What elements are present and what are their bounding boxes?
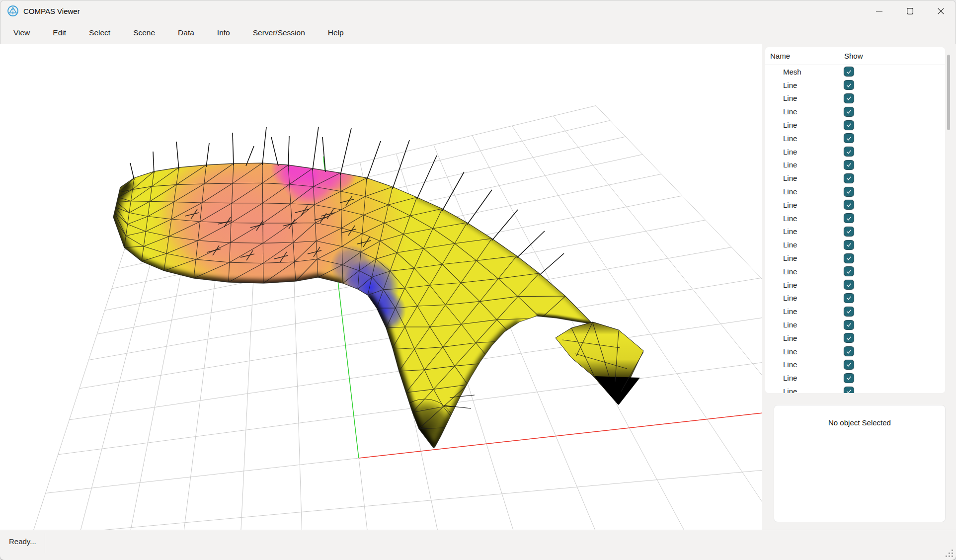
menu-item-data[interactable]: Data	[166, 22, 206, 44]
close-button[interactable]	[925, 0, 956, 22]
tree-item-label: Line	[765, 160, 840, 169]
menu-item-select[interactable]: Select	[78, 22, 122, 44]
visibility-checkbox[interactable]	[844, 320, 854, 330]
visibility-checkbox[interactable]	[844, 360, 854, 370]
tree-item-label: Line	[765, 174, 840, 182]
tree-row-line[interactable]: Line	[765, 292, 945, 305]
tree-item-label: Line	[765, 281, 840, 289]
tree-row-line[interactable]: Line	[765, 171, 945, 185]
tree-item-label: Line	[765, 214, 840, 223]
tree-item-label: Line	[765, 94, 840, 102]
viewport-3d[interactable]	[0, 44, 762, 530]
tree-row-line[interactable]: Line	[765, 331, 945, 345]
maximize-button[interactable]	[894, 0, 925, 22]
visibility-checkbox[interactable]	[844, 107, 854, 117]
show-cell	[840, 265, 945, 278]
show-cell	[840, 278, 945, 292]
minimize-button[interactable]	[864, 0, 894, 22]
show-cell	[840, 225, 945, 239]
visibility-checkbox[interactable]	[844, 80, 854, 90]
visibility-checkbox[interactable]	[844, 240, 854, 250]
checkmark-icon	[846, 335, 852, 341]
tree-row-line[interactable]: Line	[765, 79, 945, 92]
tree-row-line[interactable]: Line	[765, 278, 945, 292]
tree-row-line[interactable]: Line	[765, 212, 945, 225]
checkmark-icon	[846, 268, 852, 275]
menu-item-info[interactable]: Info	[206, 22, 241, 44]
visibility-checkbox[interactable]	[844, 387, 854, 393]
visibility-checkbox[interactable]	[844, 120, 854, 130]
tree-row-line[interactable]: Line	[765, 305, 945, 318]
menu-item-edit[interactable]: Edit	[41, 22, 78, 44]
show-cell	[840, 171, 945, 185]
tree-row-mesh[interactable]: Mesh	[765, 65, 945, 79]
visibility-checkbox[interactable]	[844, 266, 854, 276]
checkmark-icon	[846, 175, 852, 181]
tree-row-line[interactable]: Line	[765, 92, 945, 105]
tree-item-label: Line	[765, 387, 840, 393]
checkmark-icon	[846, 188, 852, 195]
tree-scrollbar-thumb[interactable]	[947, 55, 950, 130]
visibility-checkbox[interactable]	[844, 227, 854, 237]
tree-row-line[interactable]: Line	[765, 345, 945, 358]
tree-row-line[interactable]: Line	[765, 358, 945, 372]
tree-item-label: Line	[765, 81, 840, 89]
visibility-checkbox[interactable]	[844, 293, 854, 303]
visibility-checkbox[interactable]	[844, 213, 854, 223]
window-title: COMPAS Viewer	[23, 7, 80, 15]
scene-tree-header: Name Show	[765, 47, 945, 65]
show-cell	[840, 212, 945, 225]
checkmark-icon	[846, 321, 852, 328]
tree-row-line[interactable]: Line	[765, 265, 945, 278]
visibility-checkbox[interactable]	[844, 280, 854, 290]
visibility-checkbox[interactable]	[844, 93, 854, 103]
checkmark-icon	[846, 82, 852, 88]
show-cell	[840, 159, 945, 172]
tree-row-line[interactable]: Line	[765, 198, 945, 212]
visibility-checkbox[interactable]	[844, 133, 854, 143]
tree-row-line[interactable]: Line	[765, 318, 945, 331]
visibility-checkbox[interactable]	[844, 160, 854, 170]
visibility-checkbox[interactable]	[844, 173, 854, 183]
tree-row-line[interactable]: Line	[765, 385, 945, 393]
show-cell	[840, 132, 945, 145]
visibility-checkbox[interactable]	[844, 307, 854, 317]
tree-row-line[interactable]: Line	[765, 251, 945, 265]
tree-row-line[interactable]: Line	[765, 225, 945, 239]
tree-row-line[interactable]: Line	[765, 145, 945, 159]
tree-row-line[interactable]: Line	[765, 118, 945, 132]
tree-row-line[interactable]: Line	[765, 238, 945, 251]
tree-row-line[interactable]: Line	[765, 132, 945, 145]
tree-item-label: Line	[765, 201, 840, 209]
tree-row-line[interactable]: Line	[765, 371, 945, 385]
checkmark-icon	[846, 255, 852, 261]
checkmark-icon	[846, 375, 852, 381]
tree-item-label: Line	[765, 121, 840, 129]
visibility-checkbox[interactable]	[844, 346, 854, 356]
visibility-checkbox[interactable]	[844, 67, 854, 77]
menu-item-server-session[interactable]: Server/Session	[241, 22, 317, 44]
visibility-checkbox[interactable]	[844, 333, 854, 343]
tree-row-line[interactable]: Line	[765, 159, 945, 172]
menu-item-help[interactable]: Help	[317, 22, 355, 44]
tree-item-label: Line	[765, 294, 840, 302]
show-cell	[840, 331, 945, 345]
show-cell	[840, 118, 945, 132]
menu-bar: ViewEditSelectSceneDataInfoServer/Sessio…	[0, 22, 956, 44]
checkmark-icon	[846, 295, 852, 301]
tree-item-label: Line	[765, 307, 840, 316]
resize-grip-icon[interactable]	[944, 548, 953, 557]
visibility-checkbox[interactable]	[844, 147, 854, 157]
tree-row-line[interactable]: Line	[765, 105, 945, 118]
checkmark-icon	[846, 215, 852, 222]
checkmark-icon	[846, 282, 852, 288]
visibility-checkbox[interactable]	[844, 200, 854, 210]
menu-item-scene[interactable]: Scene	[122, 22, 166, 44]
visibility-checkbox[interactable]	[844, 253, 854, 263]
menu-item-view[interactable]: View	[2, 22, 41, 44]
visibility-checkbox[interactable]	[844, 187, 854, 197]
tree-row-line[interactable]: Line	[765, 185, 945, 198]
titlebar[interactable]: COMPAS Viewer	[0, 0, 956, 22]
visibility-checkbox[interactable]	[844, 373, 854, 383]
show-cell	[840, 318, 945, 331]
